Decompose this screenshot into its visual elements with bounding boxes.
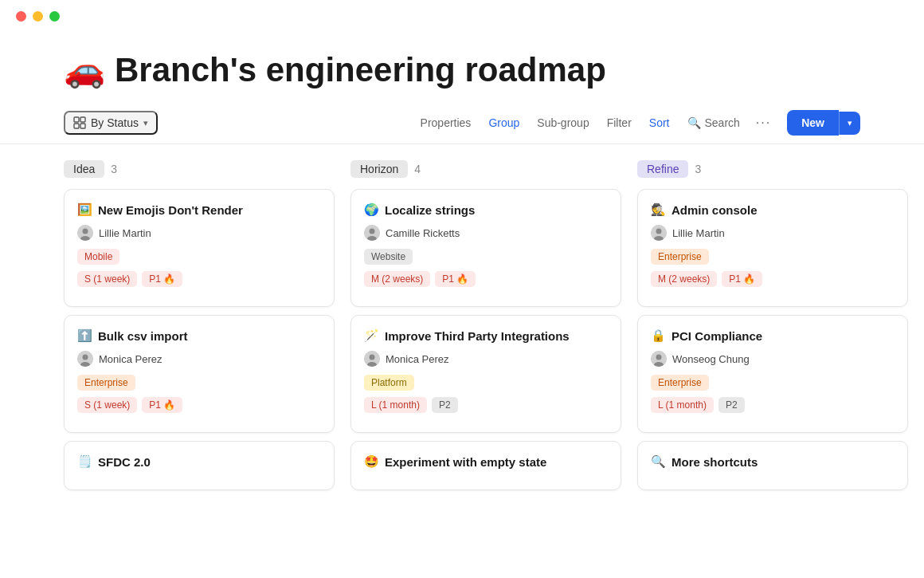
card-priority-tag: P2 (718, 397, 745, 413)
card-emoji: 🤩 (364, 454, 379, 469)
card-title: 🕵️ Admin console (651, 202, 895, 217)
card-emoji: 🕵️ (651, 202, 666, 217)
close-button[interactable] (16, 11, 26, 22)
view-label: By Status (91, 116, 139, 129)
card-emoji: 🪄 (364, 328, 379, 343)
card-meta-tags: M (2 weeks)P1 🔥 (364, 271, 608, 287)
card-priority-tag: P1 🔥 (142, 271, 182, 287)
subgroup-button[interactable]: Sub-group (529, 112, 597, 134)
priority-fire-icon: 🔥 (163, 273, 175, 285)
card-title-text: Improve Third Party Integrations (385, 329, 570, 343)
card[interactable]: ⬆️ Bulk csv import Monica Perez Enterpri… (64, 315, 335, 433)
avatar (364, 351, 380, 367)
card[interactable]: 🖼️ New Emojis Don't Render Lillie Martin… (64, 189, 335, 307)
card-meta-tags: S (1 week)P1 🔥 (77, 397, 321, 413)
search-button[interactable]: 🔍 Search (679, 112, 748, 134)
card-title: 🤩 Experiment with empty state (364, 454, 608, 469)
card[interactable]: 🪄 Improve Third Party Integrations Monic… (350, 315, 621, 433)
card-size-tag: L (1 month) (364, 397, 427, 413)
svg-point-17 (656, 229, 662, 234)
card-size-tag: M (2 weeks) (651, 271, 717, 287)
card-priority-tag: P1 🔥 (722, 271, 762, 287)
card[interactable]: 🗒️ SFDC 2.0 (64, 441, 335, 490)
assignee-name: Camille Ricketts (386, 227, 460, 239)
page-title-text: Branch's engineering roadmap (115, 51, 606, 89)
card-emoji: 🌍 (364, 202, 379, 217)
kanban-board: Idea3🖼️ New Emojis Don't Render Lillie M… (0, 144, 924, 514)
card-title-text: SFDC 2.0 (98, 455, 151, 469)
card-title: 🔒 PCI Compliance (651, 328, 895, 343)
column-label-refine: Refine (637, 160, 688, 178)
new-button[interactable]: New (787, 110, 839, 136)
card-title: 🖼️ New Emojis Don't Render (77, 202, 321, 217)
properties-button[interactable]: Properties (413, 112, 480, 134)
card-size-tag: S (1 week) (77, 271, 137, 287)
card-priority-tag: P2 (432, 397, 458, 413)
card-meta-tags: L (1 month)P2 (651, 397, 895, 413)
card-assignee: Wonseog Chung (651, 351, 895, 367)
avatar-icon (651, 351, 667, 367)
minimize-button[interactable] (33, 11, 43, 22)
card-tag: Enterprise (77, 375, 135, 391)
card-tag: Enterprise (651, 249, 709, 265)
card-tag: Platform (364, 375, 414, 391)
card-emoji: 🔍 (651, 454, 666, 469)
card-title: 🪄 Improve Third Party Integrations (364, 328, 608, 343)
svg-rect-3 (80, 124, 85, 128)
avatar (364, 225, 380, 241)
chevron-down-icon: ▾ (143, 118, 148, 128)
filter-button[interactable]: Filter (599, 112, 640, 134)
view-selector[interactable]: By Status ▾ (64, 111, 158, 135)
avatar-icon (651, 225, 667, 241)
svg-rect-2 (74, 124, 79, 128)
assignee-name: Lillie Martin (99, 227, 151, 239)
card-size-tag: M (2 weeks) (364, 271, 430, 287)
card-title-text: Experiment with empty state (385, 455, 546, 469)
priority-fire-icon: 🔥 (456, 273, 468, 285)
card-title-text: New Emojis Don't Render (98, 203, 243, 217)
column-count-idea: 3 (111, 163, 117, 175)
card-title-text: PCI Compliance (671, 329, 762, 343)
avatar (651, 351, 667, 367)
card-emoji: ⬆️ (77, 328, 92, 343)
svg-rect-1 (80, 117, 85, 122)
card-title: ⬆️ Bulk csv import (77, 328, 321, 343)
column-count-refine: 3 (695, 163, 701, 175)
avatar-icon (77, 351, 93, 367)
card-priority-tag: P1 🔥 (435, 271, 476, 287)
more-options-button[interactable]: ··· (750, 111, 777, 135)
svg-point-20 (656, 355, 662, 360)
card-priority-tag: P1 🔥 (142, 397, 182, 413)
avatar (651, 225, 667, 241)
page-header: 🚗 Branch's engineering roadmap (0, 28, 924, 102)
priority-fire-icon: 🔥 (743, 273, 755, 285)
card-tags: Enterprise (651, 249, 895, 265)
avatar-icon (77, 225, 93, 241)
page-title: 🚗 Branch's engineering roadmap (64, 50, 860, 89)
card-tags: Enterprise (651, 375, 895, 391)
sort-button[interactable]: Sort (641, 112, 678, 134)
svg-rect-0 (74, 117, 79, 122)
card-tags: Enterprise (77, 375, 321, 391)
card[interactable]: 🤩 Experiment with empty state (350, 441, 621, 490)
card[interactable]: 🌍 Localize strings Camille Ricketts Webs… (350, 189, 621, 307)
card-meta-tags: S (1 week)P1 🔥 (77, 271, 321, 287)
assignee-name: Wonseog Chung (672, 353, 750, 365)
svg-point-11 (370, 229, 375, 234)
column-header-horizon: Horizon4 (350, 160, 621, 178)
maximize-button[interactable] (49, 11, 60, 22)
new-button-caret[interactable]: ▾ (839, 112, 860, 135)
group-button[interactable]: Group (480, 112, 527, 134)
svg-point-8 (83, 355, 88, 360)
card-title: 🔍 More shortcuts (651, 454, 895, 469)
card-tags: Website (364, 249, 608, 265)
card[interactable]: 🕵️ Admin console Lillie Martin Enterpris… (637, 189, 908, 307)
column-header-idea: Idea3 (64, 160, 335, 178)
toolbar-actions: Properties Group Sub-group Filter Sort 🔍… (413, 111, 778, 135)
card-title-text: Admin console (671, 203, 758, 217)
column-horizon: Horizon4🌍 Localize strings Camille Ricke… (350, 160, 621, 498)
avatar (77, 351, 93, 367)
avatar (77, 225, 93, 241)
card[interactable]: 🔒 PCI Compliance Wonseog Chung Enterpris… (637, 315, 908, 433)
card[interactable]: 🔍 More shortcuts (637, 441, 908, 490)
